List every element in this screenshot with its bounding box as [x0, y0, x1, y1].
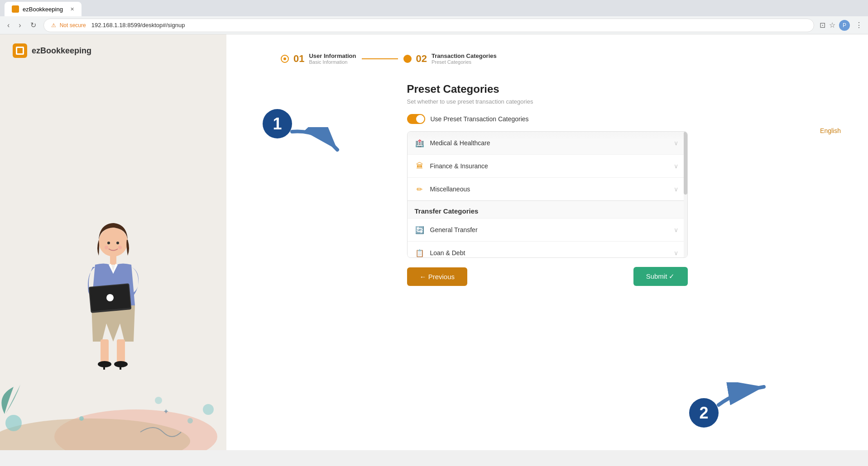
svg-point-20: [155, 397, 162, 404]
transfer-section-title: Transfer Categories: [415, 207, 479, 215]
category-item-left: 📋 Loan & Debt: [415, 248, 465, 258]
finance-icon: 🏛: [415, 161, 425, 171]
logo-icon-inner: [16, 47, 24, 55]
toggle-label: Use Preset Transaction Categories: [431, 115, 529, 123]
categories-box: 🏥 Medical & Healthcare ∨ 🏛 Finance & Ins…: [407, 131, 688, 258]
annotation-arrow-1: [288, 127, 342, 154]
right-panel: 1 2: [226, 34, 868, 450]
left-panel: ezBookkeeping: [0, 34, 226, 450]
stepper: 01 User Information Basic Information 02…: [281, 52, 497, 65]
tab-close-button[interactable]: ✕: [70, 6, 74, 12]
svg-rect-9: [103, 364, 105, 370]
submit-button[interactable]: Submit ✓: [633, 267, 688, 286]
svg-rect-5: [101, 339, 109, 364]
extensions-icon[interactable]: ⊡: [820, 21, 825, 29]
list-item[interactable]: 🔄 General Transfer ∨: [408, 219, 687, 242]
step-1-subtitle: Basic Information: [309, 59, 356, 65]
toggle-row: Use Preset Transaction Categories: [407, 114, 688, 124]
form-content: Preset Categories Set whether to use pre…: [407, 83, 688, 286]
bookmark-icon[interactable]: ☆: [829, 21, 835, 29]
step-connector: [362, 58, 398, 59]
menu-icon[interactable]: ⋮: [855, 21, 863, 29]
preset-categories-toggle[interactable]: [407, 114, 425, 124]
address-bar[interactable]: ⚠ Not secure 192.168.1.18:8599/desktop#/…: [43, 19, 814, 32]
scrollbar-track[interactable]: [684, 132, 687, 257]
profile-icon[interactable]: P: [839, 20, 850, 31]
step-2: 02 Transaction Categories Preset Categor…: [403, 52, 497, 65]
svg-point-13: [105, 246, 108, 249]
misc-icon: ✏: [415, 184, 425, 194]
svg-point-18: [203, 404, 214, 415]
security-label: Not secure: [60, 22, 86, 29]
svg-point-14: [118, 246, 122, 249]
toggle-knob: [416, 115, 424, 123]
forward-button[interactable]: ›: [17, 19, 23, 31]
category-name: Medical & Healthcare: [430, 139, 490, 147]
back-button[interactable]: ‹: [5, 19, 11, 31]
list-item[interactable]: 📋 Loan & Debt ∨: [408, 242, 687, 258]
svg-point-0: [99, 228, 128, 257]
step-1-dot: [283, 57, 286, 60]
category-name: Loan & Debt: [430, 249, 465, 257]
svg-point-12: [116, 242, 119, 244]
step-2-info: Transaction Categories Preset Categories: [432, 52, 497, 65]
svg-text:✦: ✦: [163, 408, 169, 415]
transfer-section-heading: Transfer Categories: [408, 201, 687, 219]
category-name: Miscellaneous: [430, 185, 470, 193]
section-subtitle: Set whether to use preset transaction ca…: [407, 98, 688, 105]
left-bottom-decoration: ✦: [0, 378, 226, 450]
reload-button[interactable]: ↻: [29, 19, 38, 31]
page-layout: ezBookkeeping: [0, 34, 868, 450]
svg-rect-1: [110, 256, 116, 265]
step-1: 01 User Information Basic Information: [281, 52, 356, 65]
browser-actions: ⊡ ☆ P ⋮: [820, 20, 863, 31]
chevron-down-icon: ∨: [674, 162, 678, 170]
security-icon: ⚠: [51, 22, 56, 29]
annotation-circle-1: 1: [263, 109, 292, 138]
address-text: 192.168.1.18:8599/desktop#/signup: [91, 22, 185, 29]
logo: ezBookkeeping: [13, 43, 91, 58]
step-2-subtitle: Preset Categories: [432, 59, 497, 65]
address-bar-row: ‹ › ↻ ⚠ Not secure 192.168.1.18:8599/des…: [0, 16, 868, 34]
list-item[interactable]: 🏥 Medical & Healthcare ∨: [408, 132, 687, 155]
step-2-title: Transaction Categories: [432, 52, 497, 59]
chevron-down-icon: ∨: [674, 249, 678, 257]
section-title: Preset Categories: [407, 83, 688, 95]
svg-point-17: [5, 415, 22, 431]
svg-rect-6: [117, 339, 125, 364]
illustration: [63, 215, 163, 378]
category-item-left: ✏ Miscellaneous: [415, 184, 470, 194]
previous-button[interactable]: ← ← PreviousPrevious: [407, 267, 468, 286]
logo-text: ezBookkeeping: [32, 46, 91, 56]
scrollbar-thumb[interactable]: [684, 132, 687, 195]
svg-rect-10: [120, 364, 121, 370]
language-label[interactable]: English: [820, 127, 841, 134]
svg-point-21: [187, 418, 193, 423]
category-item-left: 🏥 Medical & Healthcare: [415, 138, 490, 148]
chevron-down-icon: ∨: [674, 226, 678, 233]
form-buttons: ← ← PreviousPrevious Submit ✓: [407, 267, 688, 286]
category-item-left: 🔄 General Transfer: [415, 225, 478, 235]
medical-icon: 🏥: [415, 138, 425, 148]
tab-title: ezBookkeeping: [23, 6, 63, 13]
step-1-title: User Information: [309, 52, 356, 59]
tab-favicon: [12, 5, 19, 13]
tab-bar: ezBookkeeping ✕: [0, 0, 868, 16]
step-1-number: 01: [293, 53, 304, 65]
category-name: Finance & Insurance: [430, 162, 488, 170]
category-item-left: 🏛 Finance & Insurance: [415, 161, 488, 171]
step-1-circle: [281, 55, 289, 63]
loan-icon: 📋: [415, 248, 425, 258]
active-tab[interactable]: ezBookkeeping ✕: [5, 2, 82, 16]
chevron-down-icon: ∨: [674, 139, 678, 147]
annotation-arrow-2: [714, 382, 768, 409]
svg-point-19: [79, 416, 84, 421]
logo-icon: [13, 43, 27, 58]
step-2-circle: [403, 55, 412, 63]
annotation-circle-2: 2: [689, 398, 719, 428]
transfer-icon: 🔄: [415, 225, 425, 235]
svg-point-11: [107, 242, 110, 244]
list-item[interactable]: 🏛 Finance & Insurance ∨: [408, 155, 687, 178]
step-2-number: 02: [416, 53, 427, 65]
list-item[interactable]: ✏ Miscellaneous ∨: [408, 178, 687, 201]
